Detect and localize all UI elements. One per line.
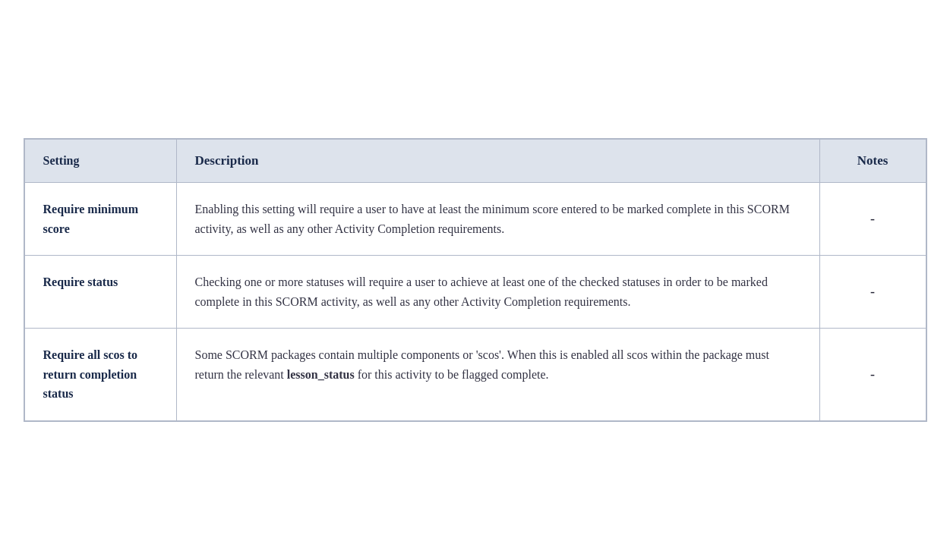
description-require-all-scos: Some SCORM packages contain multiple com… [176,329,819,421]
table-row: Require status Checking one or more stat… [24,256,926,329]
column-header-description: Description [176,139,819,182]
settings-table: Setting Description Notes Require minimu… [24,139,926,421]
description-require-status: Checking one or more statuses will requi… [176,256,819,329]
setting-name-require-minimum-score: Require minimum score [24,182,176,255]
notes-require-minimum-score: - [819,182,926,255]
table-header-row: Setting Description Notes [24,139,926,182]
table-row: Require all scos to return completion st… [24,329,926,421]
notes-require-status: - [819,256,926,329]
settings-table-wrapper: Setting Description Notes Require minimu… [24,138,927,422]
setting-name-require-status: Require status [24,256,176,329]
column-header-setting: Setting [24,139,176,182]
notes-require-all-scos: - [819,329,926,421]
description-require-minimum-score: Enabling this setting will require a use… [176,182,819,255]
description-bold-text: lesson_status [287,368,355,381]
column-header-notes: Notes [819,139,926,182]
setting-name-require-all-scos: Require all scos to return completion st… [24,329,176,421]
description-post-text: for this activity to be flagged complete… [355,368,549,381]
table-row: Require minimum score Enabling this sett… [24,182,926,255]
